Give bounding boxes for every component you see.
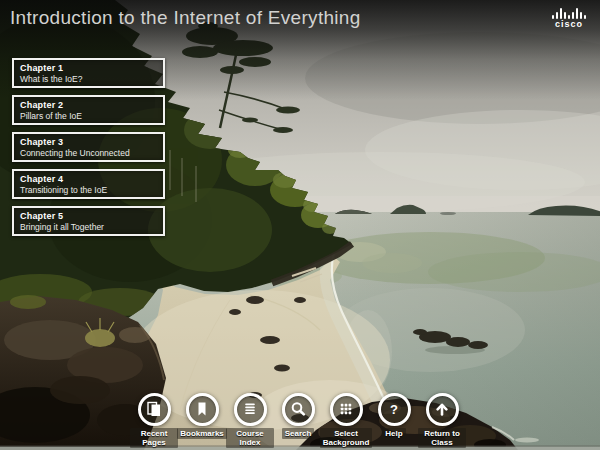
chapter-subtitle: What is the IoE? [20,74,157,84]
chapter-subtitle: Transitioning to the IoE [20,185,157,195]
cisco-bridge-icon [549,7,589,19]
nav-label: Course Index [226,428,274,448]
chapter-title: Chapter 3 [20,137,157,148]
chapter-subtitle: Connecting the Unconnected [20,148,157,158]
course-launcher-window: Introduction to the Internet of Everythi… [0,0,600,450]
chapter-3-button[interactable]: Chapter 3 Connecting the Unconnected [12,132,165,162]
chapter-title: Chapter 1 [20,63,157,74]
chapter-5-button[interactable]: Chapter 5 Bringing it all Together [12,206,165,236]
chapter-4-button[interactable]: Chapter 4 Transitioning to the IoE [12,169,165,199]
help-button[interactable]: ? Help [370,393,418,448]
bookmarks-button[interactable]: Bookmarks [178,393,226,448]
nav-label: Select Background [320,428,373,448]
return-to-class-button[interactable]: Return to Class [418,393,466,448]
course-index-button[interactable]: Course Index [226,393,274,448]
nav-label: Recent Pages [130,428,178,448]
cisco-wordmark: cisco [549,20,589,29]
course-title: Introduction to the Internet of Everythi… [10,7,361,29]
cisco-logo: cisco [549,7,589,29]
chapter-subtitle: Bringing it all Together [20,222,157,232]
nav-label: Bookmarks [177,428,227,439]
svg-text:?: ? [390,402,398,417]
question-mark-icon: ? [378,393,411,426]
chapter-1-button[interactable]: Chapter 1 What is the IoE? [12,58,165,88]
nav-label: Help [382,428,405,439]
recent-pages-button[interactable]: Recent Pages [130,393,178,448]
chapter-2-button[interactable]: Chapter 2 Pillars of the IoE [12,95,165,125]
search-icon [282,393,315,426]
chapter-title: Chapter 2 [20,100,157,111]
chapter-title: Chapter 4 [20,174,157,185]
arrow-up-icon [426,393,459,426]
chapter-title: Chapter 5 [20,211,157,222]
chapter-menu: Chapter 1 What is the IoE? Chapter 2 Pil… [12,58,165,243]
chapter-subtitle: Pillars of the IoE [20,111,157,121]
recent-pages-icon [138,393,171,426]
select-background-button[interactable]: Select Background [322,393,370,448]
bookmark-icon [186,393,219,426]
nav-label: Search [282,428,315,439]
nav-label: Return to Class [418,428,466,448]
search-button[interactable]: Search [274,393,322,448]
list-lines-icon [234,393,267,426]
dot-grid-icon [330,393,363,426]
bottom-toolbar: Recent Pages Bookmarks Course Index [130,393,466,448]
